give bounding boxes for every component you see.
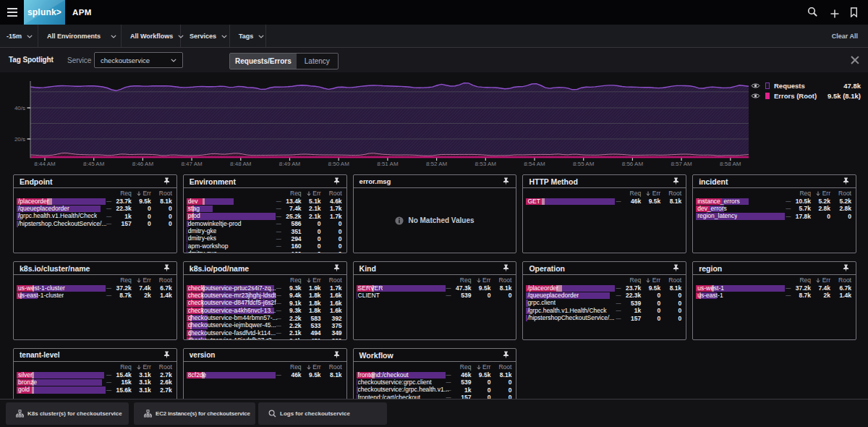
svg-text:8:55 AM: 8:55 AM: [573, 161, 595, 167]
svg-text:40/s: 40/s: [14, 105, 25, 111]
svg-text:8:46 AM: 8:46 AM: [132, 161, 154, 167]
svg-text:20/s: 20/s: [14, 136, 25, 143]
svg-text:8:49 AM: 8:49 AM: [279, 161, 301, 167]
svg-text:8:58 AM: 8:58 AM: [720, 161, 741, 167]
svg-text:8:47 AM: 8:47 AM: [181, 161, 203, 167]
svg-text:8:56 AM: 8:56 AM: [622, 161, 644, 167]
svg-text:8:51 AM: 8:51 AM: [377, 161, 399, 167]
svg-text:8:48 AM: 8:48 AM: [230, 161, 252, 167]
svg-text:8:45 AM: 8:45 AM: [83, 161, 105, 167]
svg-text:8:52 AM: 8:52 AM: [426, 161, 448, 167]
svg-text:8:57 AM: 8:57 AM: [671, 161, 692, 167]
svg-text:8:54 AM: 8:54 AM: [524, 161, 545, 167]
svg-text:8:53 AM: 8:53 AM: [475, 161, 497, 167]
svg-text:8:50 AM: 8:50 AM: [328, 161, 350, 167]
svg-text:8:44 AM: 8:44 AM: [34, 161, 56, 167]
